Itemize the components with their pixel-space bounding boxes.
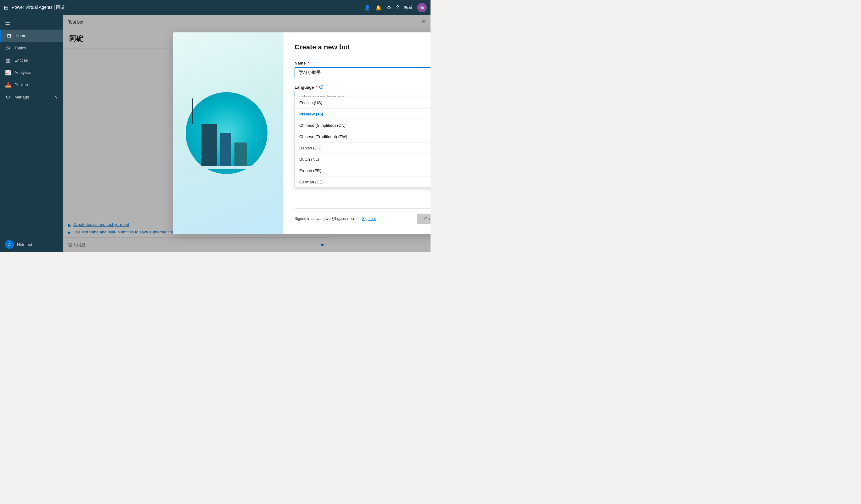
sidebar-item-analytics[interactable]: 📈 Analytics (0, 66, 63, 79)
app-title: Power Virtual Agents | 阿碇 (12, 5, 361, 10)
sidebar-item-manage[interactable]: ⚙ Manage ∨ (0, 91, 63, 103)
language-option-preview[interactable]: Preview (15) (295, 109, 430, 120)
publish-icon: 📤 (5, 82, 11, 88)
language-option-chinese-traditional[interactable]: Chinese (Traditional) (TW) (295, 131, 430, 142)
sign-out-link[interactable]: Sign out (362, 216, 376, 221)
building3-illustration (234, 142, 247, 168)
building2-illustration (220, 133, 231, 168)
language-option-chinese-simplified[interactable]: Chinese (Simplified) (CN) (295, 120, 430, 131)
sidebar-label-analytics: Analytics (14, 70, 31, 75)
footer-buttons: Create (416, 214, 430, 224)
entities-icon: ▦ (5, 57, 11, 63)
ground-illustration (187, 166, 269, 169)
language-info-icon[interactable]: ⓘ (319, 84, 323, 90)
language-option-french[interactable]: French (FR) (295, 165, 430, 177)
hide-bot-label: Hide bot (17, 242, 32, 247)
home-icon: ⊞ (6, 33, 12, 39)
topbar-icons: 👤 🔔 ⚙ ? 杨威 杨 (364, 3, 427, 12)
bot-avatar: A (5, 240, 14, 249)
city-illustration (182, 86, 274, 180)
language-option-english-us[interactable]: English (US) (295, 97, 430, 109)
sidebar-label-entities: Entities (14, 58, 28, 62)
create-button[interactable]: Create (416, 214, 430, 224)
signed-in-text: Signed in as yang.wei@hgjz.onmicro... Si… (295, 216, 376, 221)
name-field-group: Name * (295, 61, 430, 84)
name-label: Name * (295, 61, 430, 66)
sidebar-toggle[interactable]: ☰ (0, 16, 63, 30)
language-dropdown: English (US) Preview (15) Chinese (Simpl… (295, 97, 430, 188)
modal-form: Create a new bot ✕ Name * Language * ⓘ (283, 32, 430, 234)
main-content: Test bot ✕ 阿碇 ▶ Create topics and test y… (63, 15, 430, 252)
modal-illustration-area (173, 32, 283, 234)
bot-name-input[interactable] (295, 67, 430, 78)
username-label: 杨威 (404, 5, 412, 10)
language-option-german[interactable]: German (DE) (295, 177, 430, 187)
analytics-icon: 📈 (5, 70, 11, 75)
create-bot-modal: Create a new bot ✕ Name * Language * ⓘ (173, 32, 430, 234)
help-icon[interactable]: ? (396, 5, 399, 10)
sidebar-item-entities[interactable]: ▦ Entities (0, 54, 63, 66)
sidebar-label-topics: Topics (14, 46, 26, 50)
topics-icon: ◎ (5, 45, 11, 51)
modal-footer: Signed in as yang.wei@hgjz.onmicro... Si… (295, 208, 430, 224)
language-required-indicator: * (316, 85, 317, 90)
chevron-down-icon: ∨ (55, 95, 58, 99)
grid-icon[interactable]: ⊞ (4, 4, 9, 11)
language-field-group: Language * ⓘ Select or type language ∧ E… (295, 84, 430, 102)
language-option-dutch[interactable]: Dutch (NL) (295, 154, 430, 165)
main-layout: ☰ ⊞ Home ◎ Topics ▦ Entities 📈 Analytics… (0, 15, 430, 252)
manage-icon: ⚙ (5, 94, 11, 100)
crane-illustration (192, 98, 193, 124)
name-required-indicator: * (308, 61, 309, 66)
bell-icon[interactable]: 🔔 (375, 5, 382, 11)
sidebar-bottom-bot[interactable]: A Hide bot (0, 237, 63, 252)
sidebar-item-home[interactable]: ⊞ Home (0, 30, 63, 42)
sidebar: ☰ ⊞ Home ◎ Topics ▦ Entities 📈 Analytics… (0, 15, 63, 252)
modal-title: Create a new bot (295, 43, 350, 51)
sidebar-label-manage: Manage (14, 95, 29, 99)
sidebar-label-home: Home (15, 33, 26, 38)
sidebar-label-publish: Publish (14, 82, 28, 87)
gear-icon[interactable]: ⚙ (387, 5, 391, 11)
language-option-danish[interactable]: Danish (DK) (295, 142, 430, 154)
modal-header: Create a new bot ✕ (295, 42, 430, 52)
topbar: ⊞ Power Virtual Agents | 阿碇 👤 🔔 ⚙ ? 杨威 杨 (0, 0, 430, 15)
building1-illustration (201, 124, 217, 168)
sidebar-item-publish[interactable]: 📤 Publish (0, 79, 63, 91)
sidebar-item-topics[interactable]: ◎ Topics (0, 42, 63, 54)
language-label: Language * ⓘ (295, 84, 430, 90)
user-avatar[interactable]: 杨 (417, 3, 427, 12)
people-icon[interactable]: 👤 (364, 5, 370, 11)
